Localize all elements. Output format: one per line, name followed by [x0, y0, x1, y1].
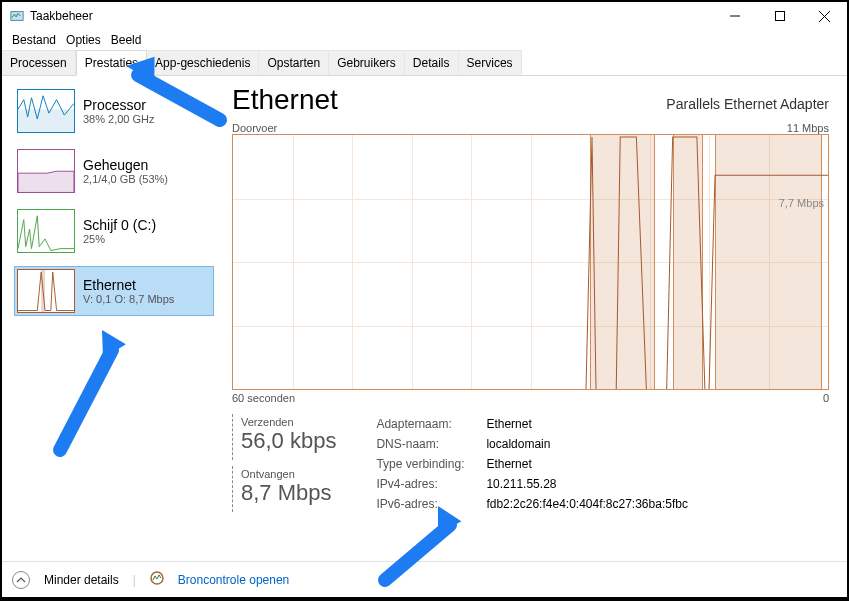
- disk-thumbnail: [17, 209, 75, 253]
- tabbar: Processen Prestaties App-geschiedenis Op…: [2, 50, 847, 76]
- tab-startup[interactable]: Opstarten: [259, 50, 329, 75]
- content-area: Processor 38% 2,00 GHz Geheugen 2,1/4,0 …: [2, 76, 847, 561]
- detail-value: localdomain: [486, 434, 550, 454]
- svg-rect-2: [775, 12, 784, 21]
- close-button[interactable]: [802, 2, 847, 30]
- chart-label-max: 11 Mbps: [787, 122, 829, 134]
- receive-block: Ontvangen 8,7 Mbps: [232, 466, 336, 512]
- sidebar-item-memory[interactable]: Geheugen 2,1/4,0 GB (53%): [14, 146, 214, 196]
- send-block: Verzenden 56,0 kbps: [232, 414, 336, 460]
- tab-services[interactable]: Services: [459, 50, 522, 75]
- detail-key: DNS-naam:: [376, 434, 486, 454]
- window-controls: [712, 2, 847, 30]
- detail-value: Ethernet: [486, 414, 531, 434]
- sidebar-item-ethernet[interactable]: Ethernet V: 0,1 O: 8,7 Mbps: [14, 266, 214, 316]
- separator: |: [133, 573, 136, 587]
- memory-thumbnail: [17, 149, 75, 193]
- tab-users[interactable]: Gebruikers: [329, 50, 405, 75]
- memory-title: Geheugen: [83, 157, 168, 173]
- sidebar: Processor 38% 2,00 GHz Geheugen 2,1/4,0 …: [2, 76, 220, 561]
- chart-label-throughput: Doorvoer: [232, 122, 277, 134]
- detail-key: IPv4-adres:: [376, 474, 486, 494]
- main-panel: Ethernet Parallels Ethernet Adapter Door…: [220, 76, 847, 561]
- send-label: Verzenden: [241, 416, 336, 428]
- x-axis-left: 60 seconden: [232, 392, 295, 404]
- memory-sub: 2,1/4,0 GB (53%): [83, 173, 168, 185]
- page-title: Ethernet: [232, 84, 338, 116]
- menubar: Bestand Opties Beeld: [2, 30, 847, 50]
- detail-value: fdb2:2c26:f4e4:0:404f:8c27:36ba:5fbc: [486, 494, 688, 514]
- adapter-name: Parallels Ethernet Adapter: [666, 96, 829, 112]
- detail-value: Ethernet: [486, 454, 531, 474]
- throughput-chart: 7,7 Mbps: [232, 134, 829, 390]
- fewer-details-link[interactable]: Minder details: [44, 573, 119, 587]
- chart-inner-label: 7,7 Mbps: [779, 197, 824, 209]
- task-manager-window: Taakbeheer Bestand Opties Beeld Processe…: [2, 2, 847, 597]
- stats-area: Verzenden 56,0 kbps Ontvangen 8,7 Mbps A…: [232, 414, 829, 518]
- details-table: Adapternaam:Ethernet DNS-naam:localdomai…: [376, 414, 688, 518]
- maximize-button[interactable]: [757, 2, 802, 30]
- detail-key: Type verbinding:: [376, 454, 486, 474]
- footer: Minder details | Broncontrole openen: [2, 561, 847, 597]
- titlebar[interactable]: Taakbeheer: [2, 2, 847, 30]
- minimize-button[interactable]: [712, 2, 757, 30]
- cpu-title: Processor: [83, 97, 155, 113]
- open-resmon-link[interactable]: Broncontrole openen: [178, 573, 289, 587]
- app-icon: [10, 9, 24, 23]
- tab-app-history[interactable]: App-geschiedenis: [147, 50, 259, 75]
- disk-sub: 25%: [83, 233, 156, 245]
- sidebar-item-cpu[interactable]: Processor 38% 2,00 GHz: [14, 86, 214, 136]
- detail-key: IPv6-adres:: [376, 494, 486, 514]
- cpu-thumbnail: [17, 89, 75, 133]
- collapse-icon[interactable]: [12, 571, 30, 589]
- detail-value: 10.211.55.28: [486, 474, 556, 494]
- menu-file[interactable]: Bestand: [10, 33, 58, 47]
- tab-processes[interactable]: Processen: [2, 50, 76, 75]
- send-value: 56,0 kbps: [241, 428, 336, 454]
- menu-options[interactable]: Opties: [64, 33, 103, 47]
- disk-title: Schijf 0 (C:): [83, 217, 156, 233]
- window-title: Taakbeheer: [30, 9, 712, 23]
- resmon-icon: [150, 571, 164, 588]
- cpu-sub: 38% 2,00 GHz: [83, 113, 155, 125]
- receive-label: Ontvangen: [241, 468, 336, 480]
- menu-view[interactable]: Beeld: [109, 33, 144, 47]
- sidebar-item-disk[interactable]: Schijf 0 (C:) 25%: [14, 206, 214, 256]
- ethernet-thumbnail: [17, 269, 75, 313]
- tab-details[interactable]: Details: [405, 50, 459, 75]
- tab-performance[interactable]: Prestaties: [76, 50, 147, 76]
- ethernet-sub: V: 0,1 O: 8,7 Mbps: [83, 293, 174, 305]
- receive-value: 8,7 Mbps: [241, 480, 336, 506]
- svg-marker-6: [18, 171, 74, 192]
- detail-key: Adapternaam:: [376, 414, 486, 434]
- ethernet-title: Ethernet: [83, 277, 174, 293]
- svg-rect-5: [18, 109, 74, 132]
- x-axis-right: 0: [823, 392, 829, 404]
